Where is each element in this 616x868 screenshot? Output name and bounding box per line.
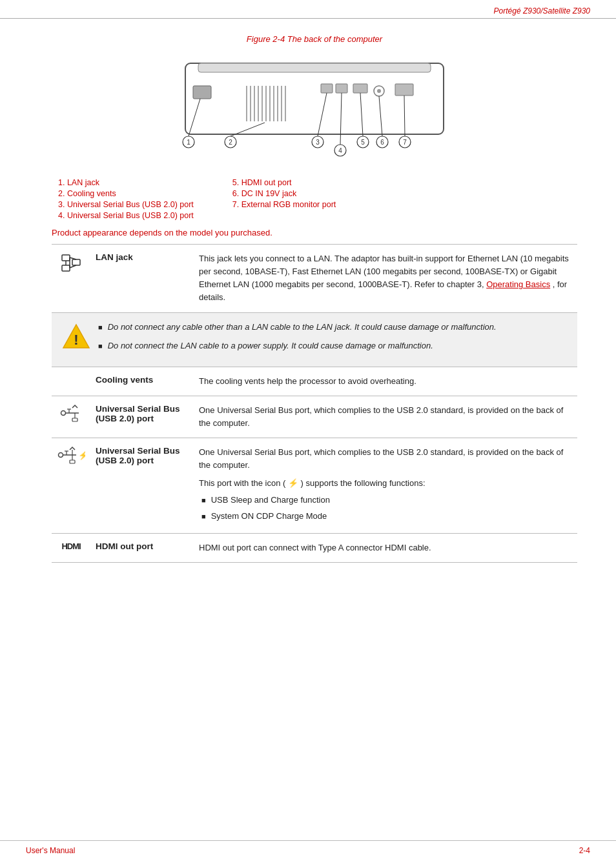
usb2-extra: This port with the icon ( ⚡ ) supports t…	[199, 477, 572, 490]
warning-triangle-icon: !	[62, 322, 90, 350]
desc-cell-cooling: The cooling vents help the processor to …	[194, 367, 577, 396]
label-cell-lan: LAN jack	[90, 245, 194, 313]
legend-col1: 1. LAN jack 2. Cooling vents 3. Universa…	[58, 178, 194, 220]
svg-rect-42	[62, 265, 70, 271]
svg-rect-43	[72, 259, 80, 265]
svg-text:7: 7	[403, 139, 407, 146]
lan-icon	[59, 252, 83, 276]
feature-item-1: USB Sleep and Charge function	[201, 494, 572, 507]
icon-cell-usb1	[52, 396, 90, 438]
feature-item-2: System ON CDP Charge Mode	[201, 510, 572, 523]
operating-basics-link[interactable]: Operating Basics	[486, 279, 550, 289]
legend-item-3: 3. Universal Serial Bus (USB 2.0) port	[58, 200, 194, 209]
legend-item-7: 7. External RGB monitor port	[232, 200, 336, 209]
warning-bullet-2: Do not connect the LAN cable to a power …	[98, 339, 567, 352]
product-note: Product appearance depends on the model …	[52, 228, 577, 237]
usb2-feature-list: USB Sleep and Charge function System ON …	[199, 494, 572, 522]
table-row-warning: ! Do not connect any cable other than a …	[52, 312, 577, 367]
warning-text: Do not connect any cable other than a LA…	[98, 321, 567, 359]
warning-bullets: Do not connect any cable other than a LA…	[98, 321, 567, 352]
svg-rect-28	[353, 84, 367, 93]
header-title: Portégé Z930/Satellite Z930	[494, 6, 590, 15]
usb-icon	[59, 404, 83, 422]
diagram-svg: 1 2	[147, 50, 482, 167]
table-row-lan: LAN jack This jack lets you connect to a…	[52, 245, 577, 313]
svg-point-30	[377, 89, 381, 93]
label-cell-usb1: Universal Serial Bus (USB 2.0) port	[90, 396, 194, 438]
svg-point-57	[59, 452, 63, 457]
legend-item-6: 6. DC IN 19V jack	[232, 189, 336, 198]
warning-content: ! Do not connect any cable other than a …	[62, 321, 567, 359]
svg-rect-20	[321, 84, 333, 93]
svg-line-27	[340, 93, 342, 145]
svg-line-37	[379, 96, 382, 136]
page-footer: User's Manual 2-4	[0, 840, 616, 855]
svg-rect-1	[198, 63, 431, 72]
legend-col2: 5. HDMI out port 6. DC IN 19V jack 7. Ex…	[232, 178, 336, 220]
legend-item-2: 2. Cooling vents	[58, 189, 194, 198]
warning-cell: ! Do not connect any cable other than a …	[52, 312, 577, 367]
label-cell-cooling: Cooling vents	[90, 367, 194, 396]
svg-rect-31	[395, 84, 413, 96]
svg-text:4: 4	[338, 147, 342, 154]
svg-text:5: 5	[361, 139, 365, 146]
legend: 1. LAN jack 2. Cooling vents 3. Universa…	[52, 178, 577, 220]
svg-rect-2	[193, 86, 211, 99]
svg-text:1: 1	[187, 139, 190, 146]
usb-charge-icon: ⚡	[57, 446, 85, 464]
svg-rect-61	[70, 460, 75, 463]
svg-text:!: !	[74, 332, 78, 348]
footer-left: User's Manual	[26, 846, 75, 855]
svg-rect-54	[72, 418, 77, 421]
desc-cell-hdmi: HDMI out port can connect with Type A co…	[194, 533, 577, 562]
svg-line-24	[318, 93, 327, 136]
icon-cell-cooling	[52, 367, 90, 396]
svg-text:2: 2	[229, 139, 232, 146]
svg-rect-21	[336, 84, 347, 93]
warning-icon: !	[62, 322, 90, 352]
desc-cell-lan: This jack lets you connect to a LAN. The…	[194, 245, 577, 313]
hdmi-icon: HDMI	[61, 541, 80, 551]
table-row-usb2: ⚡ Universal Serial Bus (USB 2.0) port On…	[52, 438, 577, 533]
svg-line-34	[360, 93, 363, 136]
svg-text:3: 3	[316, 139, 320, 146]
svg-text:6: 6	[380, 139, 384, 146]
icon-cell-usb2: ⚡	[52, 438, 90, 533]
page-header: Portégé Z930/Satellite Z930	[0, 0, 616, 19]
label-cell-usb2: Universal Serial Bus (USB 2.0) port	[90, 438, 194, 533]
icon-cell-hdmi: HDMI	[52, 533, 90, 562]
table-row-usb1: Universal Serial Bus (USB 2.0) port One …	[52, 396, 577, 438]
figure-caption: Figure 2-4 The back of the computer	[52, 34, 577, 44]
warning-bullet-1: Do not connect any cable other than a LA…	[98, 321, 567, 334]
main-content: Figure 2-4 The back of the computer 1	[0, 19, 616, 589]
svg-line-40	[404, 96, 405, 136]
footer-right: 2-4	[579, 846, 590, 855]
svg-text:⚡: ⚡	[78, 450, 85, 461]
computer-diagram: 1 2	[52, 50, 577, 167]
table-row-cooling: Cooling vents The cooling vents help the…	[52, 367, 577, 396]
legend-item-5: 5. HDMI out port	[232, 178, 336, 187]
desc-cell-usb2: One Universal Serial Bus port, which com…	[194, 438, 577, 533]
legend-item-1: 1. LAN jack	[58, 178, 194, 187]
desc-cell-usb1: One Universal Serial Bus port, which com…	[194, 396, 577, 438]
info-table: LAN jack This jack lets you connect to a…	[52, 244, 577, 563]
legend-item-4: 4. Universal Serial Bus (USB 2.0) port	[58, 211, 194, 220]
svg-line-5	[189, 99, 200, 136]
table-row-hdmi: HDMI HDMI out port HDMI out port can con…	[52, 533, 577, 562]
label-cell-hdmi: HDMI out port	[90, 533, 194, 562]
icon-cell-lan	[52, 245, 90, 313]
svg-rect-41	[62, 255, 70, 261]
svg-point-50	[61, 410, 66, 415]
